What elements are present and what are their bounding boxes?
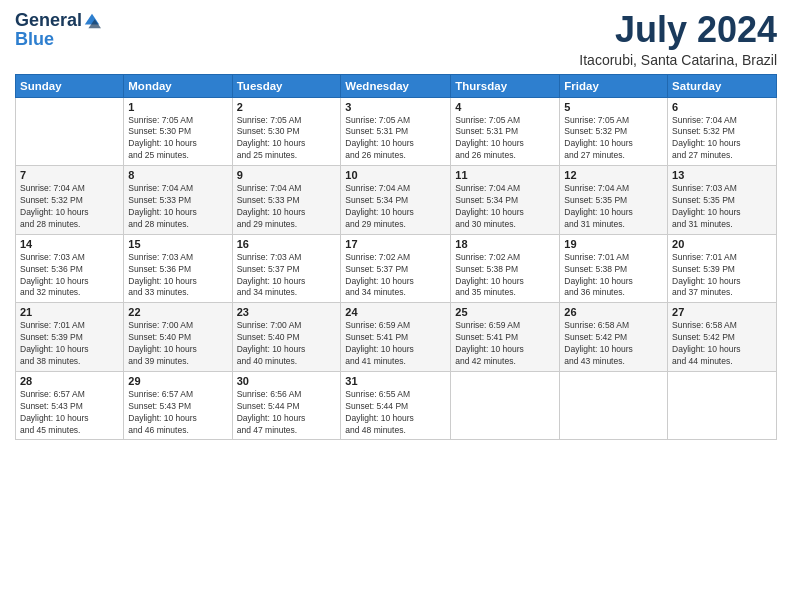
day-number: 16: [237, 238, 337, 250]
day-number: 26: [564, 306, 663, 318]
day-number: 8: [128, 169, 227, 181]
day-number: 10: [345, 169, 446, 181]
calendar-cell: [16, 97, 124, 166]
calendar-cell: 8Sunrise: 7:04 AM Sunset: 5:33 PM Daylig…: [124, 166, 232, 235]
day-info: Sunrise: 7:02 AM Sunset: 5:38 PM Dayligh…: [455, 252, 555, 300]
day-number: 4: [455, 101, 555, 113]
day-number: 9: [237, 169, 337, 181]
title-block: July 2024 Itacorubi, Santa Catarina, Bra…: [579, 10, 777, 68]
day-number: 25: [455, 306, 555, 318]
day-info: Sunrise: 7:05 AM Sunset: 5:31 PM Dayligh…: [345, 115, 446, 163]
day-info: Sunrise: 7:03 AM Sunset: 5:35 PM Dayligh…: [672, 183, 772, 231]
calendar-cell: 31Sunrise: 6:55 AM Sunset: 5:44 PM Dayli…: [341, 371, 451, 440]
day-number: 12: [564, 169, 663, 181]
calendar-cell: 22Sunrise: 7:00 AM Sunset: 5:40 PM Dayli…: [124, 303, 232, 372]
calendar-cell: 4Sunrise: 7:05 AM Sunset: 5:31 PM Daylig…: [451, 97, 560, 166]
day-number: 30: [237, 375, 337, 387]
calendar-cell: 30Sunrise: 6:56 AM Sunset: 5:44 PM Dayli…: [232, 371, 341, 440]
calendar-header-tuesday: Tuesday: [232, 74, 341, 97]
day-info: Sunrise: 7:05 AM Sunset: 5:32 PM Dayligh…: [564, 115, 663, 163]
calendar-cell: 26Sunrise: 6:58 AM Sunset: 5:42 PM Dayli…: [560, 303, 668, 372]
calendar-cell: 15Sunrise: 7:03 AM Sunset: 5:36 PM Dayli…: [124, 234, 232, 303]
calendar-cell: 27Sunrise: 6:58 AM Sunset: 5:42 PM Dayli…: [668, 303, 777, 372]
day-number: 1: [128, 101, 227, 113]
day-info: Sunrise: 6:56 AM Sunset: 5:44 PM Dayligh…: [237, 389, 337, 437]
day-number: 15: [128, 238, 227, 250]
logo-blue: Blue: [15, 29, 54, 49]
calendar-cell: 13Sunrise: 7:03 AM Sunset: 5:35 PM Dayli…: [668, 166, 777, 235]
calendar-cell: 11Sunrise: 7:04 AM Sunset: 5:34 PM Dayli…: [451, 166, 560, 235]
day-number: 2: [237, 101, 337, 113]
day-number: 3: [345, 101, 446, 113]
calendar-cell: 2Sunrise: 7:05 AM Sunset: 5:30 PM Daylig…: [232, 97, 341, 166]
day-number: 19: [564, 238, 663, 250]
calendar-cell: 29Sunrise: 6:57 AM Sunset: 5:43 PM Dayli…: [124, 371, 232, 440]
day-info: Sunrise: 7:01 AM Sunset: 5:38 PM Dayligh…: [564, 252, 663, 300]
day-number: 23: [237, 306, 337, 318]
day-info: Sunrise: 7:01 AM Sunset: 5:39 PM Dayligh…: [672, 252, 772, 300]
calendar-cell: 21Sunrise: 7:01 AM Sunset: 5:39 PM Dayli…: [16, 303, 124, 372]
day-info: Sunrise: 6:58 AM Sunset: 5:42 PM Dayligh…: [564, 320, 663, 368]
calendar-week-3: 14Sunrise: 7:03 AM Sunset: 5:36 PM Dayli…: [16, 234, 777, 303]
logo-general: General: [15, 10, 82, 31]
day-info: Sunrise: 7:05 AM Sunset: 5:31 PM Dayligh…: [455, 115, 555, 163]
day-info: Sunrise: 6:55 AM Sunset: 5:44 PM Dayligh…: [345, 389, 446, 437]
calendar-header-row: SundayMondayTuesdayWednesdayThursdayFrid…: [16, 74, 777, 97]
calendar-cell: 14Sunrise: 7:03 AM Sunset: 5:36 PM Dayli…: [16, 234, 124, 303]
day-info: Sunrise: 7:05 AM Sunset: 5:30 PM Dayligh…: [128, 115, 227, 163]
calendar-cell: 28Sunrise: 6:57 AM Sunset: 5:43 PM Dayli…: [16, 371, 124, 440]
day-info: Sunrise: 7:00 AM Sunset: 5:40 PM Dayligh…: [128, 320, 227, 368]
day-number: 21: [20, 306, 119, 318]
calendar-cell: 9Sunrise: 7:04 AM Sunset: 5:33 PM Daylig…: [232, 166, 341, 235]
day-info: Sunrise: 6:57 AM Sunset: 5:43 PM Dayligh…: [20, 389, 119, 437]
title-month: July 2024: [579, 10, 777, 50]
calendar-cell: 10Sunrise: 7:04 AM Sunset: 5:34 PM Dayli…: [341, 166, 451, 235]
day-info: Sunrise: 7:05 AM Sunset: 5:30 PM Dayligh…: [237, 115, 337, 163]
day-number: 11: [455, 169, 555, 181]
calendar-week-5: 28Sunrise: 6:57 AM Sunset: 5:43 PM Dayli…: [16, 371, 777, 440]
day-info: Sunrise: 6:58 AM Sunset: 5:42 PM Dayligh…: [672, 320, 772, 368]
calendar-table: SundayMondayTuesdayWednesdayThursdayFrid…: [15, 74, 777, 441]
calendar-cell: 16Sunrise: 7:03 AM Sunset: 5:37 PM Dayli…: [232, 234, 341, 303]
calendar-header-saturday: Saturday: [668, 74, 777, 97]
header: General Blue July 2024 Itacorubi, Santa …: [15, 10, 777, 68]
calendar-cell: 3Sunrise: 7:05 AM Sunset: 5:31 PM Daylig…: [341, 97, 451, 166]
day-number: 28: [20, 375, 119, 387]
day-info: Sunrise: 7:04 AM Sunset: 5:33 PM Dayligh…: [128, 183, 227, 231]
day-number: 14: [20, 238, 119, 250]
day-info: Sunrise: 7:03 AM Sunset: 5:36 PM Dayligh…: [128, 252, 227, 300]
page: General Blue July 2024 Itacorubi, Santa …: [0, 0, 792, 612]
logo-text: General: [15, 10, 101, 31]
day-info: Sunrise: 7:04 AM Sunset: 5:34 PM Dayligh…: [455, 183, 555, 231]
calendar-cell: 7Sunrise: 7:04 AM Sunset: 5:32 PM Daylig…: [16, 166, 124, 235]
calendar-header-thursday: Thursday: [451, 74, 560, 97]
day-number: 18: [455, 238, 555, 250]
day-number: 24: [345, 306, 446, 318]
title-location: Itacorubi, Santa Catarina, Brazil: [579, 52, 777, 68]
calendar-header-monday: Monday: [124, 74, 232, 97]
calendar-cell: 17Sunrise: 7:02 AM Sunset: 5:37 PM Dayli…: [341, 234, 451, 303]
day-info: Sunrise: 7:04 AM Sunset: 5:32 PM Dayligh…: [20, 183, 119, 231]
calendar-week-4: 21Sunrise: 7:01 AM Sunset: 5:39 PM Dayli…: [16, 303, 777, 372]
day-info: Sunrise: 7:01 AM Sunset: 5:39 PM Dayligh…: [20, 320, 119, 368]
calendar-cell: [560, 371, 668, 440]
calendar-cell: 25Sunrise: 6:59 AM Sunset: 5:41 PM Dayli…: [451, 303, 560, 372]
day-info: Sunrise: 6:59 AM Sunset: 5:41 PM Dayligh…: [455, 320, 555, 368]
day-info: Sunrise: 7:03 AM Sunset: 5:37 PM Dayligh…: [237, 252, 337, 300]
calendar-cell: 23Sunrise: 7:00 AM Sunset: 5:40 PM Dayli…: [232, 303, 341, 372]
calendar-cell: 12Sunrise: 7:04 AM Sunset: 5:35 PM Dayli…: [560, 166, 668, 235]
day-number: 17: [345, 238, 446, 250]
day-number: 22: [128, 306, 227, 318]
calendar-cell: 5Sunrise: 7:05 AM Sunset: 5:32 PM Daylig…: [560, 97, 668, 166]
calendar-cell: 19Sunrise: 7:01 AM Sunset: 5:38 PM Dayli…: [560, 234, 668, 303]
day-number: 31: [345, 375, 446, 387]
day-number: 5: [564, 101, 663, 113]
calendar-cell: [451, 371, 560, 440]
day-info: Sunrise: 6:59 AM Sunset: 5:41 PM Dayligh…: [345, 320, 446, 368]
calendar-cell: 20Sunrise: 7:01 AM Sunset: 5:39 PM Dayli…: [668, 234, 777, 303]
day-info: Sunrise: 6:57 AM Sunset: 5:43 PM Dayligh…: [128, 389, 227, 437]
day-number: 29: [128, 375, 227, 387]
day-info: Sunrise: 7:04 AM Sunset: 5:35 PM Dayligh…: [564, 183, 663, 231]
logo-icon: [83, 12, 101, 30]
calendar-week-2: 7Sunrise: 7:04 AM Sunset: 5:32 PM Daylig…: [16, 166, 777, 235]
